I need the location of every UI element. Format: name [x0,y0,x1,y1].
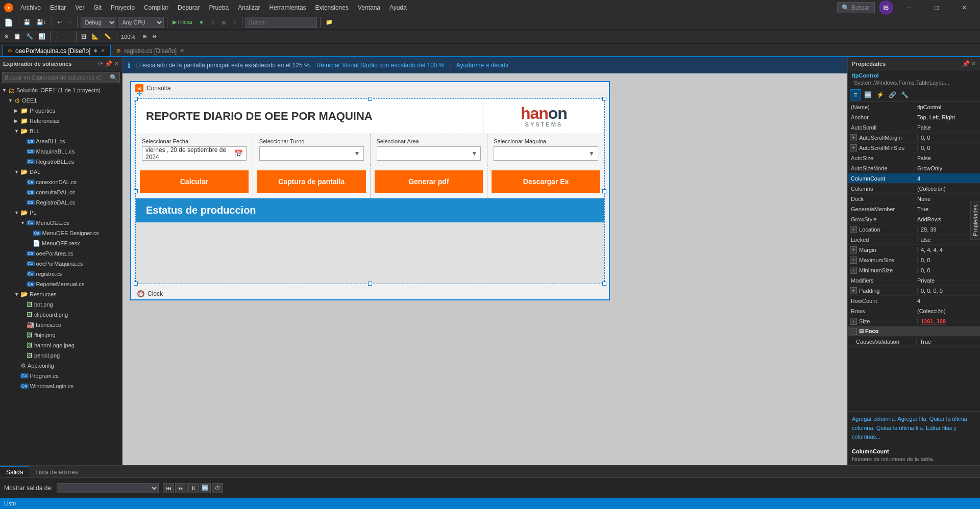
menu-proyecto[interactable]: Proyecto [107,2,139,13]
prop-sort-category-btn[interactable]: ≡ [850,89,861,100]
tree-item-clipboard[interactable]: 🖼 clipboard.png [0,310,122,320]
prop-btn4[interactable]: 🔗 [887,89,898,100]
prop-locked-row[interactable]: Locked False [848,235,980,245]
tb2-btn11[interactable]: ⊖ [150,31,159,42]
stop-btn[interactable]: ⏹ [219,17,229,28]
prop-location-expand[interactable]: + [850,226,857,233]
solution-search-input[interactable] [5,74,108,81]
menu-git[interactable]: Git [89,2,105,13]
tab-oeepormaquina[interactable]: ⚙ oeePorMaquina.cs [Diseño] ✱ ✕ [2,45,111,56]
prop-autosizemode-row[interactable]: AutoSizeMode GrowOnly [848,163,980,173]
menu-extensiones[interactable]: Extensiones [311,2,353,13]
tree-item-dal[interactable]: ▼ 📂 DAL [0,167,122,177]
prop-margin-expand[interactable]: + [850,246,857,253]
prop-size-row[interactable]: - Size 1261, 309 [848,316,980,326]
prop-autoscrollminsize-expand[interactable]: + [850,144,857,151]
output-btn3[interactable]: ⏸ [187,483,199,493]
tree-item-menuoeedesigner[interactable]: C# MenuOEE.Designer.cs [0,228,122,238]
prop-minsize-expand[interactable]: + [850,267,857,274]
tree-item-bot[interactable]: 🖼 bot.png [0,299,122,310]
prop-maxsize-expand[interactable]: + [850,257,857,264]
prop-foco-expand[interactable]: - [850,328,857,335]
bottom-tab-salida[interactable]: Salida [0,466,29,477]
tree-item-bll[interactable]: ▼ 📂 BLL [0,126,122,136]
prop-close-icon[interactable]: ✕ [971,60,976,67]
open-folder-btn[interactable]: 📁 [324,17,335,28]
solution-search-icon[interactable]: 🔍 [110,74,117,81]
prop-autoscrollmargin-expand[interactable]: + [850,134,857,141]
menu-prueba[interactable]: Prueba [205,2,233,13]
prop-btn3[interactable]: ⚡ [874,89,886,100]
output-btn5[interactable]: ⏱ [212,483,223,493]
save-all-btn[interactable]: 💾↕ [34,17,48,28]
tree-item-menuoeeresex[interactable]: 📄 MenuOEE.resx [0,238,122,248]
prop-name-row[interactable]: (Name) tlpControl [848,102,980,112]
start-arrow-btn[interactable]: ▼ [197,17,206,28]
tree-item-hanonlogo[interactable]: 🖼 hanonLogo.jpeg [0,340,122,350]
handle-mr[interactable] [602,189,606,193]
redo-btn[interactable]: ↪ [65,17,74,28]
tree-item-reportemensual[interactable]: C# ReporteMensual.cs [0,279,122,289]
prop-padding-expand[interactable]: + [850,287,857,294]
tree-item-program[interactable]: C# Program.cs [0,371,122,381]
prop-link-agregar-fila[interactable]: Agregar fila [897,416,926,422]
menu-editar[interactable]: Editar [46,2,70,13]
menu-ver[interactable]: Ver [71,2,88,13]
prop-btn5[interactable]: 🔧 [899,89,910,100]
date-dropdown[interactable]: viernes , 20 de septiembre de 2024 📅 [142,146,247,161]
tree-item-referencias[interactable]: ▶ 📁 Referencias [0,116,122,126]
prop-link-quitar-fila[interactable]: Quitar la última fila [876,425,923,431]
tree-item-maquinabll[interactable]: C# MaquinaBLL.cs [0,146,122,157]
search-label[interactable]: Buscar [851,4,870,11]
prop-sort-alpha-btn[interactable]: 🔤 [862,89,873,100]
tree-item-menuoee[interactable]: ▼ C# MenuOEE.cs [0,218,122,228]
tree-item-windowslogin[interactable]: C# WindowsLogin.cs [0,381,122,391]
prop-columns-row[interactable]: Columns (Colección) [848,184,980,194]
tree-item-pencil[interactable]: 🖼 pencil.png [0,350,122,361]
handle-bl[interactable] [134,282,138,286]
menu-archivo[interactable]: Archivo [16,2,45,13]
prop-rowcount-row[interactable]: RowCount 4 [848,296,980,306]
prop-columncount-row[interactable]: ColumnCount 4 [848,173,980,184]
tree-item-solution[interactable]: ▼ 🗂 Solución 'OEE1' (1 de 1 proyecto) [0,85,122,95]
prop-generatemember-row[interactable]: GenerateMember True [848,204,980,214]
close-button[interactable]: ✕ [952,0,976,15]
prop-size-expand[interactable]: - [850,318,857,325]
tb2-btn8[interactable]: 📐 [90,31,101,42]
prop-causesvalidation-row[interactable]: CausesValidation True [848,337,980,347]
tree-item-registrobll[interactable]: C# RegistroBLL.cs [0,157,122,167]
prop-minsize-row[interactable]: + MinimumSize 0, 0 [848,265,980,275]
maximize-button[interactable]: □ [925,0,948,15]
menu-analizar[interactable]: Analizar [234,2,264,13]
prop-dock-row[interactable]: Dock None [848,194,980,204]
output-btn4[interactable]: 🔤 [200,483,211,493]
prop-link-agregar-columna[interactable]: Agregar columna [852,416,895,422]
tb2-btn10[interactable]: ⊕ [140,31,149,42]
handle-br[interactable] [602,282,606,286]
prop-growstyle-row[interactable]: GrowStyle AddRows [848,214,980,224]
tree-item-registrodal[interactable]: C# RegistroDAL.cs [0,197,122,208]
start-button[interactable]: ▶ ▶ IniciarIniciar [170,17,195,28]
tb2-btn1[interactable]: ⚙ [2,31,11,42]
handle-tl[interactable] [134,97,138,101]
prop-autoscroll-row[interactable]: AutoScroll False [848,122,980,133]
prop-autosize-row[interactable]: AutoSize False [848,153,980,163]
tree-item-fabrica[interactable]: 🏭 fabrica.ico [0,320,122,330]
prop-rows-row[interactable]: Rows (Colección) [848,306,980,316]
save-btn[interactable]: 💾 [21,17,33,28]
minimize-button[interactable]: ─ [897,0,921,15]
area-dropdown[interactable]: ▼ [377,146,481,161]
tree-item-pl[interactable]: ▼ 📂 PL [0,208,122,218]
tb2-btn3[interactable]: 🔧 [24,31,35,42]
calcular-button[interactable]: Calcular [140,170,249,193]
sol-close-icon[interactable]: ✕ [114,60,119,67]
restart-btn[interactable]: ↺ [230,17,239,28]
tb2-zoom[interactable]: 100% [119,31,139,42]
tree-item-flujo[interactable]: 🖼 flujo.png [0,330,122,340]
prop-maxsize-row[interactable]: + MaximumSize 0, 0 [848,255,980,265]
tb2-btn9[interactable]: 📏 [102,31,113,42]
handle-tr[interactable] [602,97,606,101]
prop-anchor-row[interactable]: Anchor Top, Left, Right [848,112,980,122]
menu-ventana[interactable]: Ventana [354,2,384,13]
tree-item-oee1[interactable]: ▼ ⚙ OEE1 [0,95,122,106]
